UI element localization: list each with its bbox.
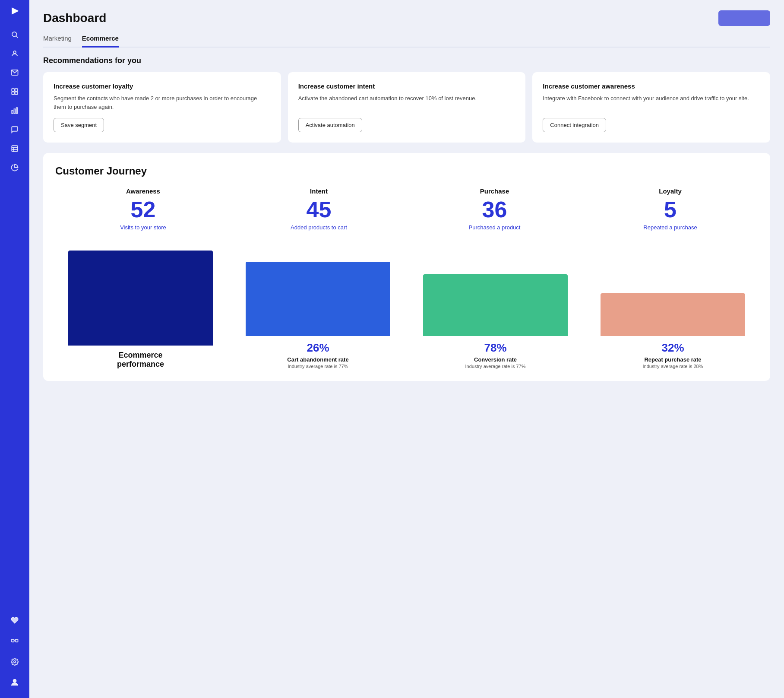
- bar-conversion: [423, 274, 568, 336]
- bar-conversion-label: Conversion rate: [474, 356, 517, 363]
- contacts-icon[interactable]: [6, 45, 23, 62]
- ecommerce-performance-label: Ecommerceperformance: [117, 351, 164, 369]
- segments-icon[interactable]: [6, 83, 23, 100]
- svg-rect-9: [14, 109, 16, 114]
- favorites-icon[interactable]: [6, 612, 23, 629]
- main-content: Dashboard Marketing Ecommerce Recommenda…: [29, 0, 784, 698]
- sidebar-bottom: [6, 612, 23, 693]
- rec-card-intent: Increase customer intent Activate the ab…: [288, 72, 526, 143]
- journey-stat-awareness-label: Awareness: [55, 187, 231, 195]
- journey-stat-purchase-label: Purchase: [407, 187, 582, 195]
- pie-chart-icon[interactable]: [6, 159, 23, 176]
- journey-stat-purchase-sub: Purchased a product: [407, 224, 582, 231]
- journey-stat-awareness-sub: Visits to your store: [55, 224, 231, 231]
- svg-rect-5: [15, 89, 18, 91]
- bar-repeat-sublabel: Industry average rate is 28%: [642, 364, 703, 369]
- bar-conversion-pct: 78%: [484, 341, 506, 355]
- messages-icon[interactable]: [6, 121, 23, 138]
- email-icon[interactable]: [6, 64, 23, 81]
- journey-title: Customer Journey: [55, 165, 758, 177]
- bar-wrapper-conversion: [410, 241, 581, 336]
- svg-point-19: [13, 679, 16, 682]
- bar-cart-sublabel: Industry average rate is 77%: [288, 364, 348, 369]
- page-title: Dashboard: [43, 11, 106, 25]
- rec-card-loyalty: Increase customer loyalty Segment the co…: [43, 72, 281, 143]
- journey-stat-purchase-number: 36: [407, 198, 582, 221]
- rec-card-awareness: Increase customer awareness Integrate wi…: [532, 72, 770, 143]
- journey-stat-loyalty-sub: Repeated a purchase: [582, 224, 758, 231]
- svg-rect-10: [16, 108, 18, 114]
- svg-rect-7: [15, 92, 18, 95]
- bar-conversion-sublabel: Industry average rate is 77%: [465, 364, 525, 369]
- bar-col-ecommerce: Ecommerceperformance: [55, 251, 226, 369]
- bar-repeat: [601, 293, 746, 336]
- bar-repeat-label: Repeat purchase rate: [644, 356, 701, 363]
- svg-point-2: [13, 51, 16, 54]
- rec-card-intent-title: Increase customer intent: [298, 82, 515, 90]
- journey-stat-intent-sub: Added products to cart: [231, 224, 407, 231]
- bar-cart: [246, 262, 391, 336]
- svg-point-18: [14, 661, 16, 663]
- bar-wrapper-ecommerce: [55, 251, 226, 346]
- svg-point-0: [12, 32, 17, 37]
- bar-wrapper-repeat: [588, 241, 758, 336]
- tab-marketing[interactable]: Marketing: [43, 35, 72, 48]
- journey-stat-loyalty-number: 5: [582, 198, 758, 221]
- bar-col-repeat: 32% Repeat purchase rate Industry averag…: [588, 241, 758, 369]
- bar-repeat-pct: 32%: [661, 341, 684, 355]
- svg-rect-11: [12, 146, 18, 152]
- avatar[interactable]: [6, 674, 23, 691]
- sidebar: ▶: [0, 0, 29, 698]
- bar-wrapper-cart: [233, 241, 403, 336]
- search-icon[interactable]: [6, 26, 23, 43]
- sidebar-logo-icon[interactable]: ▶: [12, 5, 18, 16]
- save-segment-button[interactable]: Save segment: [54, 118, 104, 132]
- tab-bar: Marketing Ecommerce: [43, 35, 770, 48]
- tab-ecommerce[interactable]: Ecommerce: [82, 35, 119, 48]
- journey-stats: Awareness 52 Visits to your store Intent…: [55, 187, 758, 231]
- journey-stat-loyalty: Loyalty 5 Repeated a purchase: [582, 187, 758, 231]
- svg-rect-4: [12, 89, 14, 91]
- bar-chart: Ecommerceperformance 26% Cart abandonmen…: [55, 241, 758, 369]
- svg-rect-15: [12, 639, 14, 642]
- rec-card-awareness-title: Increase customer awareness: [543, 82, 760, 90]
- journey-stat-awareness: Awareness 52 Visits to your store: [55, 187, 231, 231]
- journey-stat-awareness-number: 52: [55, 198, 231, 221]
- integrations-icon[interactable]: [6, 632, 23, 650]
- activate-automation-button[interactable]: Activate automation: [298, 118, 362, 132]
- reports-icon[interactable]: [6, 140, 23, 157]
- rec-card-loyalty-title: Increase customer loyalty: [54, 82, 271, 90]
- header-action-button[interactable]: [718, 10, 770, 26]
- journey-stat-loyalty-label: Loyalty: [582, 187, 758, 195]
- rec-card-awareness-desc: Integrate with Facebook to connect with …: [543, 94, 760, 111]
- journey-stat-purchase: Purchase 36 Purchased a product: [407, 187, 582, 231]
- analytics-icon[interactable]: [6, 102, 23, 119]
- bar-cart-pct: 26%: [307, 341, 329, 355]
- bar-cart-label: Cart abandonment rate: [287, 356, 348, 363]
- svg-rect-8: [12, 111, 13, 114]
- rec-card-loyalty-desc: Segment the contacts who have made 2 or …: [54, 94, 271, 111]
- svg-line-1: [16, 36, 18, 38]
- svg-rect-16: [16, 639, 18, 642]
- bar-ecommerce: [68, 251, 213, 346]
- svg-rect-6: [12, 92, 14, 95]
- bar-col-conversion: 78% Conversion rate Industry average rat…: [410, 241, 581, 369]
- header: Dashboard: [43, 10, 770, 26]
- journey-stat-intent-label: Intent: [231, 187, 407, 195]
- connect-integration-button[interactable]: Connect integration: [543, 118, 606, 132]
- recommendations-title: Recommendations for you: [43, 56, 770, 65]
- settings-icon[interactable]: [6, 653, 23, 670]
- rec-card-intent-desc: Activate the abandoned cart automation t…: [298, 94, 515, 111]
- bar-col-cart: 26% Cart abandonment rate Industry avera…: [233, 241, 403, 369]
- customer-journey-section: Customer Journey Awareness 52 Visits to …: [43, 153, 770, 381]
- journey-stat-intent: Intent 45 Added products to cart: [231, 187, 407, 231]
- recommendations-cards: Increase customer loyalty Segment the co…: [43, 72, 770, 143]
- journey-stat-intent-number: 45: [231, 198, 407, 221]
